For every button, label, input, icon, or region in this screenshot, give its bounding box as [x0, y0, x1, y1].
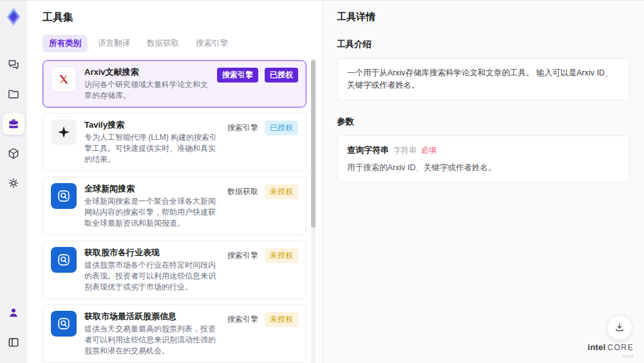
app-window: 工具集 所有类别 语言翻译 数据获取 搜索引擎 Arxiv文献搜索 访问各个研究…: [0, 0, 644, 363]
icon-rail: [0, 1, 27, 363]
brand-intel-text: intel: [588, 343, 606, 351]
tool-description: 全球新闻搜索是一个聚合全球各大新闻网站内容的搜索引擎，帮助用户快速获取全球最新资…: [84, 196, 221, 229]
auth-badge: 未授权: [265, 312, 298, 327]
tavily-star-icon: [51, 119, 77, 145]
tool-card-tavily[interactable]: Tavily搜索 专为人工智能代理 (LLM) 构建的搜索引擎工具。可快速提供实…: [43, 113, 307, 172]
intro-card: 一个用于从Arxiv存储库搜索科学论文和文章的工具。 输入可以是Arxiv ID…: [337, 58, 630, 101]
auth-badge: 已授权: [265, 121, 298, 135]
cube-icon[interactable]: [3, 142, 24, 164]
tab-all-categories[interactable]: 所有类别: [43, 35, 88, 52]
tool-list: Arxiv文献搜索 访问各个研究领域大量科学论文和文章的存储库。 搜索引擎 已授…: [43, 60, 307, 363]
category-label: 搜索引擎: [227, 123, 258, 133]
brand-sub-text: ultra: [588, 352, 634, 360]
category-label: 搜索引擎: [227, 314, 258, 325]
param-type: 字符串: [393, 145, 417, 156]
tool-description: 访问各个研究领域大量科学论文和文章的存储库。: [84, 79, 211, 101]
tool-description: 提供股票市场各个行业在特定时间段内的表现。投资者可以利用这些信息来识别表现优于或…: [84, 260, 221, 293]
tool-detail-panel: 工具详情 工具介绍 一个用于从Arxiv存储库搜索科学论文和文章的工具。 输入可…: [322, 1, 644, 363]
download-button[interactable]: [607, 315, 632, 340]
param-description: 用于搜索的Arxiv ID、关键字或作者姓名。: [347, 162, 620, 173]
search-app-icon: [51, 247, 77, 273]
tool-card-global-news[interactable]: 全球新闻搜索 全球新闻搜索是一个聚合全球各大新闻网站内容的搜索引擎，帮助用户快速…: [43, 177, 307, 235]
folder-icon[interactable]: [3, 83, 24, 105]
tool-title: 获取市场最活跃股票信息: [84, 311, 221, 322]
tool-title: Tavily搜索: [84, 119, 221, 130]
intel-core-logo: intel CORE ultra: [588, 343, 634, 360]
tool-card-arxiv[interactable]: Arxiv文献搜索 访问各个研究领域大量科学论文和文章的存储库。 搜索引擎 已授…: [43, 60, 307, 108]
intro-text: 一个用于从Arxiv存储库搜索科学论文和文章的工具。 输入可以是Arxiv ID…: [347, 67, 620, 92]
tab-data-acquisition[interactable]: 数据获取: [140, 35, 185, 52]
tab-language-translation[interactable]: 语言翻译: [91, 35, 137, 52]
param-name: 查询字符串: [347, 144, 389, 156]
search-app-icon: [51, 183, 77, 209]
brand-core-text: CORE: [607, 344, 634, 352]
tool-description: 专为人工智能代理 (LLM) 构建的搜索引擎工具。可快速提供实时、准确和真实的结…: [84, 132, 221, 165]
tool-card-sector-performance[interactable]: 获取股市各行业表现 提供股票市场各个行业在特定时间段内的表现。投资者可以利用这些…: [43, 240, 307, 299]
gear-icon[interactable]: [3, 172, 24, 194]
chat-icon[interactable]: [3, 54, 24, 75]
panel-toggle-icon[interactable]: [3, 331, 24, 353]
category-label: 搜索引擎: [227, 250, 258, 261]
auth-badge: 已授权: [265, 68, 298, 83]
params-heading: 参数: [337, 116, 630, 128]
app-logo-icon: [3, 6, 24, 28]
arxiv-icon: [51, 66, 77, 92]
page-title: 工具集: [43, 11, 307, 25]
user-icon[interactable]: [3, 302, 24, 324]
list-scrollbar[interactable]: [311, 59, 316, 363]
detail-title: 工具详情: [337, 11, 630, 23]
search-app-icon: [51, 311, 77, 337]
tools-panel: 工具集 所有类别 语言翻译 数据获取 搜索引擎 Arxiv文献搜索 访问各个研究…: [27, 1, 322, 363]
tab-search-engine[interactable]: 搜索引擎: [189, 35, 234, 52]
tool-title: 获取股市各行业表现: [84, 247, 221, 258]
download-icon: [614, 322, 625, 333]
scrollbar-thumb[interactable]: [311, 60, 316, 228]
category-tabs: 所有类别 语言翻译 数据获取 搜索引擎: [43, 35, 307, 52]
param-required-badge: 必填: [421, 145, 437, 156]
parameter-card: 查询字符串 字符串 必填 用于搜索的Arxiv ID、关键字或作者姓名。: [337, 135, 630, 182]
tool-description: 提供当天交易量最高的股票列表，投资者可以利用这些信息来识别流动性强的股票和潜在的…: [84, 324, 221, 357]
auth-badge: 未授权: [265, 184, 298, 199]
intro-heading: 工具介绍: [337, 39, 630, 50]
auth-badge: 未授权: [265, 248, 298, 263]
tool-card-most-active-stocks[interactable]: 获取市场最活跃股票信息 提供当天交易量最高的股票列表，投资者可以利用这些信息来识…: [43, 304, 307, 363]
tool-title: Arxiv文献搜索: [84, 66, 211, 77]
category-badge: 搜索引擎: [217, 68, 258, 83]
category-label: 数据获取: [227, 186, 258, 197]
tool-title: 全球新闻搜索: [84, 183, 221, 194]
toolbox-icon[interactable]: [3, 113, 24, 135]
